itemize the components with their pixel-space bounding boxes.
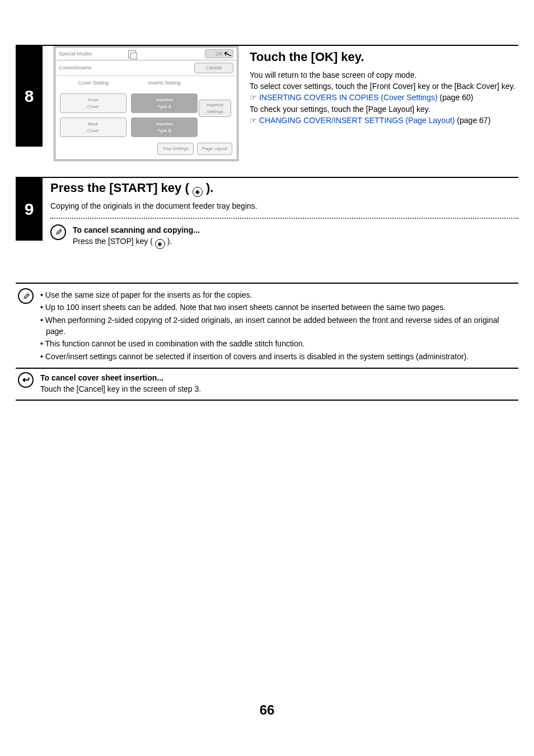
page-layout-button[interactable]: Page Layout [197, 143, 232, 155]
info-list: Use the same size of paper for the inser… [40, 289, 516, 362]
stop-key-icon: ◉ [155, 239, 165, 249]
tray-icon [128, 50, 136, 58]
link-changing-cover[interactable]: CHANGING COVER/INSERT SETTINGS (Page Lay… [259, 116, 455, 125]
tray-settings-button[interactable]: Tray Settings [157, 143, 194, 155]
note-icon [50, 224, 66, 240]
step8-p3: To check your settings, touch the [Page … [250, 104, 518, 115]
dialog-title: Special Modes [59, 50, 128, 58]
cancel-cover-text: Touch the [Cancel] key in the screen of … [40, 383, 201, 395]
start-key-icon: ◈ [193, 187, 203, 197]
cover-setting-label: Cover Setting [60, 79, 127, 87]
cancel-button[interactable]: Cancel [194, 63, 233, 73]
back-icon [18, 372, 34, 388]
insertion-type-a-button[interactable]: Insertion Type A [131, 93, 198, 113]
dialog-mock: Special Modes OK ↖ Covers/Inserts Cancel… [54, 46, 238, 161]
step8-p1: You will return to the base screen of co… [250, 69, 518, 81]
insertion-type-b-button[interactable]: Insertion Type B [131, 118, 198, 137]
step-number: 9 [16, 178, 43, 241]
cancel-scan-text: Press the [STOP] key ( ◉ ). [73, 236, 200, 249]
back-cover-button[interactable]: Back Cover [60, 118, 127, 137]
front-cover-button[interactable]: Front Cover [60, 93, 127, 113]
page-number: 66 [0, 701, 534, 720]
step8-p2: To select cover settings, touch the [Fro… [250, 81, 518, 92]
step9-p1: Copying of the originals in the document… [50, 200, 518, 212]
insertion-settings-button[interactable]: Insertion Settings [199, 100, 231, 117]
link-inserting-covers[interactable]: INSERTING COVERS IN COPIES (Cover Settin… [259, 93, 438, 102]
cancel-scan-heading: To cancel scanning and copying... [73, 226, 200, 234]
dialog-subtitle: Covers/Inserts [59, 64, 91, 72]
cancel-cover-heading: To cancel cover sheet insertion... [40, 373, 163, 382]
step8-title: Touch the [OK] key. [250, 48, 518, 66]
inserts-setting-label: Inserts Setting [131, 79, 198, 87]
step-number: 8 [16, 46, 43, 147]
step9-title: Press the [START] key ( ◈ ). [50, 179, 518, 197]
info-note-icon [18, 288, 34, 304]
